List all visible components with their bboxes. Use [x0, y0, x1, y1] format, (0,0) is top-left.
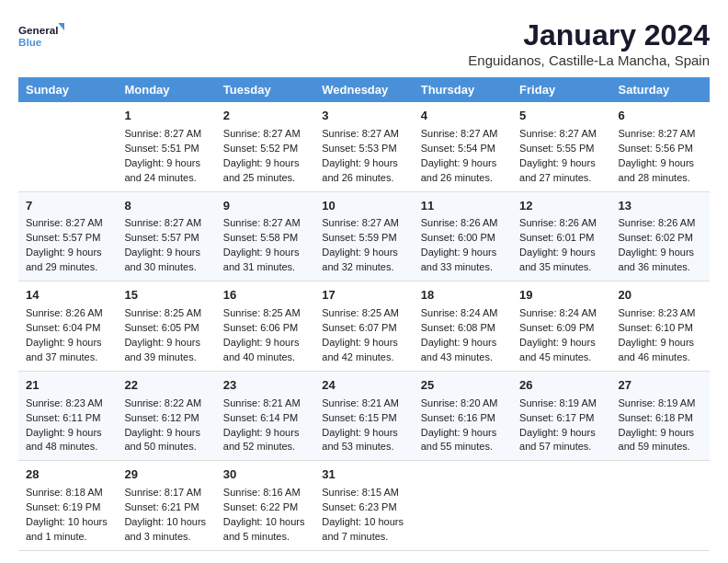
week-row-1: 1 Sunrise: 8:27 AM Sunset: 5:51 PM Dayli… — [18, 102, 710, 191]
col-thursday: Thursday — [414, 77, 512, 102]
calendar-cell: 31 Sunrise: 8:15 AM Sunset: 6:23 PM Dayl… — [314, 461, 413, 551]
day-number: 16 — [223, 287, 307, 304]
sunset-text: Sunset: 6:23 PM — [322, 501, 396, 512]
daylight-text: Daylight: 10 hours and 5 minutes. — [223, 516, 305, 542]
daylight-text: Daylight: 9 hours and 55 minutes. — [421, 427, 497, 453]
daylight-text: Daylight: 9 hours and 45 minutes. — [519, 337, 596, 362]
sunset-text: Sunset: 5:56 PM — [619, 143, 693, 154]
daylight-text: Daylight: 9 hours and 36 minutes. — [619, 247, 695, 272]
daylight-text: Daylight: 9 hours and 52 minutes. — [223, 427, 300, 453]
calendar-cell: 26 Sunrise: 8:19 AM Sunset: 6:17 PM Dayl… — [512, 371, 610, 461]
calendar-cell: 2 Sunrise: 8:27 AM Sunset: 5:52 PM Dayli… — [216, 102, 314, 191]
calendar-cell: 19 Sunrise: 8:24 AM Sunset: 6:09 PM Dayl… — [512, 282, 610, 372]
day-number: 27 — [619, 377, 702, 395]
daylight-text: Daylight: 9 hours and 46 minutes. — [619, 337, 695, 362]
sunset-text: Sunset: 5:54 PM — [421, 143, 495, 154]
sunrise-text: Sunrise: 8:27 AM — [26, 217, 103, 228]
day-number: 6 — [619, 108, 702, 125]
calendar-cell: 12 Sunrise: 8:26 AM Sunset: 6:01 PM Dayl… — [512, 191, 610, 282]
sunset-text: Sunset: 6:10 PM — [619, 322, 693, 333]
sunset-text: Sunset: 6:01 PM — [519, 232, 594, 243]
sunrise-text: Sunrise: 8:25 AM — [322, 307, 399, 318]
daylight-text: Daylight: 9 hours and 48 minutes. — [26, 427, 102, 453]
calendar-cell: 23 Sunrise: 8:21 AM Sunset: 6:14 PM Dayl… — [216, 371, 314, 461]
daylight-text: Daylight: 9 hours and 31 minutes. — [223, 247, 300, 272]
sunset-text: Sunset: 6:07 PM — [322, 322, 396, 333]
day-number: 8 — [124, 198, 208, 215]
sunrise-text: Sunrise: 8:24 AM — [421, 307, 498, 318]
day-number: 2 — [223, 108, 307, 125]
sunrise-text: Sunrise: 8:23 AM — [619, 307, 696, 318]
sunrise-text: Sunrise: 8:17 AM — [124, 487, 201, 498]
daylight-text: Daylight: 10 hours and 7 minutes. — [322, 516, 404, 542]
day-number: 28 — [26, 466, 109, 484]
sunrise-text: Sunrise: 8:25 AM — [124, 307, 201, 318]
day-number: 14 — [26, 287, 109, 304]
daylight-text: Daylight: 9 hours and 43 minutes. — [421, 337, 497, 362]
calendar-cell: 4 Sunrise: 8:27 AM Sunset: 5:54 PM Dayli… — [414, 102, 512, 191]
svg-text:General: General — [18, 24, 58, 36]
week-row-3: 14 Sunrise: 8:26 AM Sunset: 6:04 PM Dayl… — [18, 282, 710, 372]
day-number: 31 — [322, 466, 405, 484]
sunrise-text: Sunrise: 8:27 AM — [519, 128, 597, 139]
day-number: 30 — [223, 466, 307, 484]
daylight-text: Daylight: 9 hours and 25 minutes. — [223, 157, 300, 183]
sunrise-text: Sunrise: 8:26 AM — [519, 217, 597, 228]
col-sunday: Sunday — [18, 77, 117, 102]
col-friday: Friday — [512, 77, 610, 102]
sunset-text: Sunset: 6:15 PM — [322, 412, 396, 423]
sunset-text: Sunset: 5:57 PM — [26, 232, 100, 243]
calendar-table: Sunday Monday Tuesday Wednesday Thursday… — [18, 77, 710, 551]
sunset-text: Sunset: 5:59 PM — [322, 232, 396, 243]
sunset-text: Sunset: 6:05 PM — [124, 322, 199, 333]
day-number: 9 — [223, 198, 307, 215]
sunrise-text: Sunrise: 8:22 AM — [124, 397, 201, 408]
day-number: 22 — [124, 377, 208, 395]
day-number: 23 — [223, 377, 307, 395]
calendar-cell: 30 Sunrise: 8:16 AM Sunset: 6:22 PM Dayl… — [216, 461, 314, 551]
daylight-text: Daylight: 9 hours and 26 minutes. — [322, 157, 398, 183]
calendar-cell: 27 Sunrise: 8:19 AM Sunset: 6:18 PM Dayl… — [611, 371, 710, 461]
day-number: 5 — [519, 108, 603, 125]
daylight-text: Daylight: 10 hours and 3 minutes. — [124, 516, 206, 542]
sunset-text: Sunset: 5:52 PM — [223, 143, 298, 154]
page-subtitle: Enguidanos, Castille-La Mancha, Spain — [468, 52, 710, 68]
sunrise-text: Sunrise: 8:21 AM — [223, 397, 301, 408]
calendar-cell: 22 Sunrise: 8:22 AM Sunset: 6:12 PM Dayl… — [117, 371, 215, 461]
logo-svg: General Blue — [18, 18, 64, 55]
sunrise-text: Sunrise: 8:27 AM — [223, 128, 301, 139]
calendar-cell: 13 Sunrise: 8:26 AM Sunset: 6:02 PM Dayl… — [611, 191, 710, 282]
page-title: January 2024 — [468, 18, 710, 52]
day-number: 4 — [421, 108, 505, 125]
sunset-text: Sunset: 5:57 PM — [124, 232, 199, 243]
sunrise-text: Sunrise: 8:19 AM — [619, 397, 696, 408]
daylight-text: Daylight: 9 hours and 27 minutes. — [519, 157, 596, 183]
sunrise-text: Sunrise: 8:27 AM — [322, 128, 399, 139]
day-number: 3 — [322, 108, 405, 125]
header-area: General Blue January 2024 Enguidanos, Ca… — [18, 18, 710, 68]
sunset-text: Sunset: 5:53 PM — [322, 143, 396, 154]
daylight-text: Daylight: 9 hours and 42 minutes. — [322, 337, 398, 362]
sunset-text: Sunset: 6:14 PM — [223, 412, 298, 423]
sunset-text: Sunset: 6:18 PM — [619, 412, 693, 423]
logo: General Blue — [18, 18, 64, 55]
day-number: 17 — [322, 287, 405, 304]
title-area: January 2024 Enguidanos, Castille-La Man… — [468, 18, 710, 68]
daylight-text: Daylight: 9 hours and 26 minutes. — [421, 157, 497, 183]
day-number: 7 — [26, 198, 109, 215]
daylight-text: Daylight: 9 hours and 30 minutes. — [124, 247, 200, 272]
sunset-text: Sunset: 6:12 PM — [124, 412, 199, 423]
calendar-cell: 14 Sunrise: 8:26 AM Sunset: 6:04 PM Dayl… — [18, 282, 117, 372]
calendar-cell: 28 Sunrise: 8:18 AM Sunset: 6:19 PM Dayl… — [18, 461, 117, 551]
col-tuesday: Tuesday — [216, 77, 314, 102]
calendar-cell — [611, 461, 710, 551]
sunrise-text: Sunrise: 8:27 AM — [322, 217, 399, 228]
daylight-text: Daylight: 9 hours and 39 minutes. — [124, 337, 200, 362]
day-number: 15 — [124, 287, 208, 304]
week-row-4: 21 Sunrise: 8:23 AM Sunset: 6:11 PM Dayl… — [18, 371, 710, 461]
calendar-cell — [18, 102, 117, 191]
sunset-text: Sunset: 6:16 PM — [421, 412, 495, 423]
daylight-text: Daylight: 9 hours and 24 minutes. — [124, 157, 200, 183]
calendar-cell: 25 Sunrise: 8:20 AM Sunset: 6:16 PM Dayl… — [414, 371, 512, 461]
sunset-text: Sunset: 6:17 PM — [519, 412, 594, 423]
